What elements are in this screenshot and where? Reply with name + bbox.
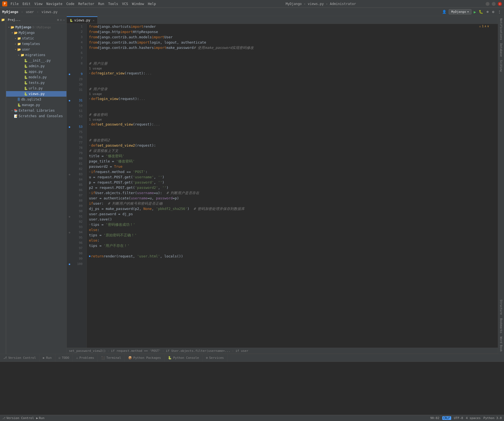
structure-icon[interactable]: Structure bbox=[499, 299, 503, 316]
tree-item-mydjango[interactable]: ▾ 📂 MyDjango bbox=[6, 30, 66, 36]
tree-item-tests[interactable]: ▸ 🐍 tests.py bbox=[6, 80, 66, 86]
sciview-icon[interactable]: SciView bbox=[499, 59, 503, 73]
nav-right: 👤 MyDjango ▾ ▶ 🐛 ⊕ ⚙ ⋮ bbox=[442, 9, 502, 14]
tab-run[interactable]: ▶ Run bbox=[39, 354, 55, 362]
indent-status[interactable]: 4 spaces bbox=[466, 416, 481, 420]
menu-help[interactable]: Help bbox=[148, 2, 156, 6]
minimize-button[interactable]: — bbox=[486, 2, 490, 6]
gutter-icon-43[interactable]: ● bbox=[69, 263, 70, 265]
warning-indicator-bar: ⚠ 1 ∧ ∨ bbox=[478, 24, 491, 29]
menu-run[interactable]: Run bbox=[98, 2, 104, 6]
tree-item-scratches[interactable]: ▸ 📝 Scratches and Consoles bbox=[6, 113, 66, 119]
packages-icon: 📦 bbox=[128, 356, 132, 360]
wordbook-icon[interactable]: Word Book bbox=[499, 335, 503, 353]
debug-button[interactable]: 🐛 bbox=[479, 10, 483, 14]
tab-python-console[interactable]: 🐍 Python Console bbox=[165, 354, 203, 362]
tab-views-py[interactable]: 🐍 views.py ✕ bbox=[67, 16, 98, 24]
menu-edit[interactable]: Edit bbox=[23, 2, 31, 6]
run-label: Run bbox=[46, 356, 52, 360]
breadcrumb-if2[interactable]: if User.objects.filter(username=... bbox=[166, 349, 230, 353]
gutter-icon-14[interactable]: ● bbox=[69, 99, 70, 102]
menu-view[interactable]: View bbox=[34, 2, 43, 6]
menu-refactor[interactable]: Refactor bbox=[78, 2, 94, 6]
code-line-98 bbox=[89, 248, 498, 254]
menu-navigate[interactable]: Navigate bbox=[46, 2, 63, 6]
warning-icon: ⚠ bbox=[479, 24, 481, 28]
code-line-6 bbox=[89, 50, 498, 56]
code-line-9: ▸def register_view(request):... bbox=[89, 71, 498, 76]
code-line-83: ◇if request.method == 'POST': bbox=[89, 169, 498, 174]
gutter-icon-9[interactable]: ● bbox=[69, 73, 70, 76]
run-coverage-button[interactable]: ⊕ bbox=[486, 10, 489, 14]
tab-terminal[interactable]: ⬛ Terminal bbox=[98, 354, 125, 362]
tab-problems[interactable]: ⚠ Problems bbox=[73, 354, 98, 362]
menu-vcs[interactable]: VCS bbox=[122, 2, 128, 6]
code-line-85: p = request.POST.get('password', '') bbox=[89, 180, 498, 185]
maximize-button[interactable]: □ bbox=[492, 2, 496, 6]
encoding-status[interactable]: UTF-8 bbox=[454, 416, 463, 420]
tree-item-init[interactable]: ▸ 🐍 __init__.py bbox=[6, 58, 66, 63]
tab-services[interactable]: ⚙ Services bbox=[203, 354, 228, 362]
status-left: ⎇ Version Control ▶ Run bbox=[2, 416, 44, 420]
run-button[interactable]: ▶ bbox=[474, 10, 476, 14]
tree-item-models[interactable]: ▸ 🐍 models.py bbox=[6, 74, 66, 80]
menu-file[interactable]: File bbox=[11, 2, 19, 6]
database-icon[interactable]: Database bbox=[499, 42, 503, 58]
tree-item-templates[interactable]: ▸ 📁 templates bbox=[6, 41, 66, 47]
panel-collapse-icon[interactable]: — bbox=[63, 18, 65, 22]
code-line-100 bbox=[89, 259, 498, 264]
line-ending-status[interactable]: CRLF bbox=[442, 416, 451, 420]
menu-tools[interactable]: Tools bbox=[108, 2, 118, 6]
tree-item-urls[interactable]: ▸ 🐍 urls.py bbox=[6, 86, 66, 91]
menu-window[interactable]: Window bbox=[132, 2, 144, 6]
tree-item-admin[interactable]: ▸ 🐍 admin.py bbox=[6, 63, 66, 69]
gutter-icon-38[interactable]: ◇ bbox=[69, 231, 70, 234]
tree-item-apps[interactable]: ▸ 🐍 apps.py bbox=[6, 69, 66, 74]
chevron-down-icon[interactable]: ∨ bbox=[487, 24, 489, 28]
tree-item-static[interactable]: ▸ 📁 static bbox=[6, 36, 66, 41]
tab-close-icon[interactable]: ✕ bbox=[93, 19, 95, 22]
tree-item-manage[interactable]: ▸ 🐍 manage.py bbox=[6, 102, 66, 108]
bottom-content bbox=[0, 362, 504, 415]
menu-code[interactable]: Code bbox=[66, 2, 75, 6]
code-line-4: from django.contrib.auth import login, l… bbox=[89, 40, 498, 45]
nav-breadcrumb1[interactable]: user bbox=[26, 10, 34, 14]
status-right: 90:82 CRLF UTF-8 4 spaces Python 3.8 bbox=[430, 416, 502, 420]
breadcrumb-if1[interactable]: if request.method == 'POST' bbox=[111, 349, 161, 353]
code-editor[interactable]: from django.shortcuts import render from… bbox=[87, 24, 498, 348]
tab-python-packages[interactable]: 📦 Python Packages bbox=[125, 354, 165, 362]
run-status[interactable]: ▶ Run bbox=[36, 416, 44, 420]
todo-label: TODO bbox=[62, 356, 69, 360]
settings-icon[interactable]: ⚙ bbox=[492, 10, 494, 14]
tree-item-views[interactable]: ▸ 🐍 views.py bbox=[6, 91, 66, 97]
code-line-95: tips = '原始密码不正确！' bbox=[89, 232, 498, 238]
tree-item-db[interactable]: ▸ 🗄 db.sqlite3 bbox=[6, 97, 66, 102]
python-version-status[interactable]: Python 3.8 bbox=[483, 416, 502, 420]
gutter-icon-28[interactable]: ◇ bbox=[69, 173, 70, 176]
project-view-icon[interactable]: 📁 bbox=[1, 17, 6, 22]
breadcrumb-if3[interactable]: if user bbox=[235, 349, 248, 353]
panel-sort-icon[interactable]: ↕ bbox=[60, 18, 62, 22]
gutter-icon-36[interactable]: ◇ bbox=[69, 215, 70, 218]
tab-version-control[interactable]: ⎇ Version Control bbox=[0, 354, 39, 362]
tree-item-root[interactable]: ▾ 📂 MyDjango D:\MyDjango bbox=[6, 24, 66, 30]
code-line-blank2 bbox=[89, 81, 498, 86]
line-col-status[interactable]: 90:82 bbox=[430, 416, 439, 420]
nav-breadcrumb2[interactable]: views.py bbox=[41, 10, 58, 14]
nav-project-name: MyDjango bbox=[2, 10, 18, 14]
tree-item-user[interactable]: ▾ 📂 user bbox=[6, 47, 66, 52]
run-config-selector[interactable]: MyDjango ▾ bbox=[449, 9, 471, 14]
bookmarks-icon[interactable]: Bookmarks bbox=[499, 317, 503, 334]
breadcrumb-fn[interactable]: set_password_view2() bbox=[69, 349, 106, 353]
panel-settings-icon[interactable]: ⚙ bbox=[57, 18, 59, 22]
gutter-icon-19[interactable]: ● bbox=[69, 126, 70, 128]
close-button[interactable]: ✕ bbox=[498, 2, 502, 6]
more-options-icon[interactable]: ⋮ bbox=[498, 10, 501, 14]
notifications-icon[interactable]: Notifications bbox=[499, 17, 503, 41]
git-branch-status[interactable]: ⎇ Version Control bbox=[2, 416, 34, 420]
problems-label: Problems bbox=[80, 356, 94, 360]
tree-item-migrations[interactable]: ▸ 📁 migrations bbox=[6, 52, 66, 58]
tab-todo[interactable]: ☑ TODO bbox=[55, 354, 73, 362]
tree-item-external[interactable]: ▸ 📚 External Libraries bbox=[6, 108, 66, 113]
chevron-up-icon[interactable]: ∧ bbox=[485, 24, 486, 28]
